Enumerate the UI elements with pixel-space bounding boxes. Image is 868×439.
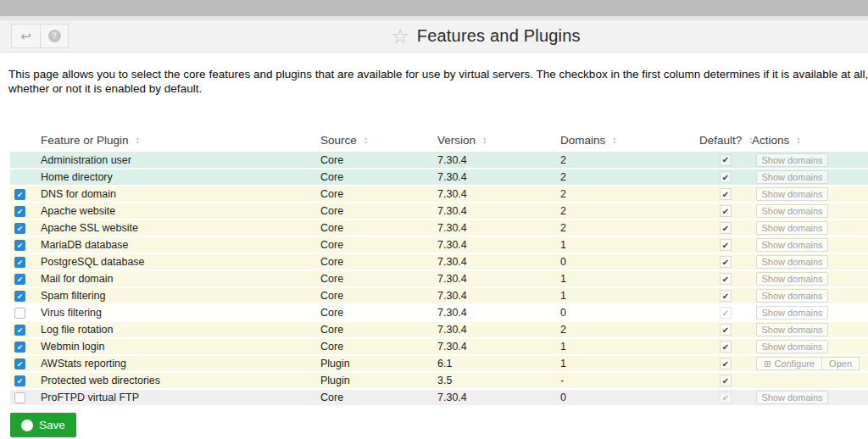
default-checkbox[interactable]: ✔	[720, 358, 732, 370]
show-domains-button[interactable]: Show domains	[756, 391, 828, 404]
default-checkbox: ✔	[720, 392, 732, 403]
feature-checkbox[interactable]: ✔	[14, 274, 25, 285]
column-header-feature[interactable]: Feature or Plugin▲▼	[41, 129, 320, 152]
feature-version: 7.30.4	[437, 236, 560, 253]
show-domains-button[interactable]: Show domains	[756, 289, 828, 303]
features-table: Feature or Plugin▲▼ Source▲▼ Version▲▼ D…	[10, 129, 868, 407]
configure-icon: ⊞	[764, 359, 771, 369]
show-domains-button[interactable]: Show domains	[756, 187, 828, 201]
default-cell: ✔	[699, 203, 752, 220]
actions-cell: Show domains	[752, 152, 868, 169]
column-header-domains[interactable]: Domains▲▼	[560, 129, 699, 152]
back-button[interactable]: ↩	[12, 25, 40, 47]
sort-icon[interactable]: ▲▼	[796, 136, 800, 145]
show-domains-button[interactable]: Show domains	[756, 170, 828, 184]
show-domains-button[interactable]: Show domains	[756, 255, 828, 269]
configure-button[interactable]: ⊞Configure	[756, 357, 822, 370]
feature-name: Spam filtering	[41, 287, 320, 304]
feature-version: 7.30.4	[437, 220, 560, 236]
feature-source: Core	[320, 253, 437, 270]
save-button[interactable]: Save	[10, 413, 76, 437]
default-checkbox[interactable]: ✔	[720, 188, 732, 200]
actions-cell: Show domains	[752, 253, 868, 270]
feature-checkbox-cell: ✔	[10, 253, 41, 270]
feature-version: 7.30.4	[437, 270, 560, 287]
default-cell: ✔	[699, 270, 752, 287]
feature-checkbox-cell	[10, 152, 41, 169]
feature-version: 7.30.4	[437, 152, 560, 169]
feature-checkbox[interactable]: ✔	[14, 358, 25, 370]
default-cell: ✔	[699, 355, 752, 372]
feature-name: Virus filtering	[41, 304, 320, 321]
table-body: Administration user Core 7.30.4 2 ✔ Show…	[10, 152, 868, 406]
top-gray-bar	[0, 0, 868, 16]
table-row: Home directory Core 7.30.4 2 ✔ Show doma…	[10, 169, 868, 186]
sort-icon[interactable]: ▲▼	[482, 136, 487, 145]
default-checkbox[interactable]: ✔	[720, 222, 732, 234]
sort-icon[interactable]: ▲▼	[136, 136, 140, 145]
default-checkbox[interactable]: ✔	[720, 341, 732, 353]
actions-cell: Show domains	[752, 236, 868, 253]
show-domains-button[interactable]: Show domains	[756, 306, 828, 320]
default-checkbox[interactable]: ✔	[720, 154, 732, 166]
feature-domains: 2	[560, 321, 699, 338]
feature-name: Administration user	[41, 152, 320, 169]
feature-version: 7.30.4	[437, 321, 560, 338]
feature-version: 7.30.4	[437, 338, 560, 355]
sort-icon[interactable]: ▲▼	[364, 136, 368, 145]
column-header-version[interactable]: Version▲▼	[437, 129, 560, 152]
feature-version: 7.30.4	[437, 287, 560, 304]
feature-checkbox-cell	[10, 169, 41, 186]
show-domains-button[interactable]: Show domains	[756, 204, 828, 218]
feature-source: Core	[320, 270, 437, 287]
feature-checkbox[interactable]: ✔	[14, 206, 25, 217]
feature-checkbox[interactable]: ✔	[14, 240, 25, 251]
default-checkbox[interactable]: ✔	[720, 171, 732, 183]
default-checkbox[interactable]: ✔	[720, 375, 732, 386]
column-header-actions[interactable]: Actions▲▼	[752, 129, 868, 152]
column-header-default[interactable]: Default?▲▼	[699, 129, 752, 152]
default-checkbox[interactable]: ✔	[720, 290, 732, 302]
help-button[interactable]: ?	[40, 25, 68, 47]
default-cell: ✔	[699, 186, 752, 203]
action-button-label: Show domains	[761, 291, 822, 301]
default-cell: ✔	[699, 169, 752, 186]
show-domains-button[interactable]: Show domains	[756, 272, 828, 286]
show-domains-button[interactable]: Show domains	[756, 323, 828, 336]
feature-checkbox[interactable]: ✔	[14, 325, 25, 336]
sort-icon[interactable]: ▲▼	[612, 136, 616, 145]
show-domains-button[interactable]: Show domains	[756, 340, 828, 353]
default-checkbox[interactable]: ✔	[720, 256, 732, 268]
default-cell: ✔	[699, 253, 752, 270]
column-header-source[interactable]: Source▲▼	[320, 129, 437, 152]
feature-checkbox-cell: ✔	[10, 338, 41, 355]
actions-cell: Show domains	[752, 203, 868, 220]
open-button[interactable]: Open	[821, 357, 860, 370]
default-checkbox[interactable]: ✔	[720, 239, 732, 251]
star-icon: ☆	[391, 26, 409, 47]
show-domains-button[interactable]: Show domains	[756, 238, 828, 252]
feature-source: Core	[320, 169, 437, 186]
default-checkbox[interactable]: ✔	[720, 273, 732, 285]
feature-checkbox[interactable]: ✔	[14, 342, 25, 353]
feature-source: Plugin	[320, 355, 437, 372]
default-checkbox[interactable]: ✔	[720, 324, 732, 336]
feature-name: ProFTPD virtual FTP	[41, 389, 320, 406]
default-cell: ✔	[699, 152, 752, 169]
feature-checkbox[interactable]: ✔	[14, 375, 25, 386]
default-checkbox[interactable]: ✔	[720, 205, 732, 217]
show-domains-button[interactable]: Show domains	[756, 221, 828, 235]
action-button-label: Show domains	[761, 342, 822, 352]
table-row: ✔ Spam filtering Core 7.30.4 1 ✔ Show do…	[10, 287, 868, 304]
feature-checkbox[interactable]	[14, 392, 25, 403]
actions-cell: ⊞ConfigureOpen	[752, 355, 868, 372]
feature-checkbox-cell: ✔	[10, 236, 41, 253]
feature-checkbox[interactable]: ✔	[14, 223, 25, 234]
show-domains-button[interactable]: Show domains	[756, 153, 828, 167]
feature-checkbox[interactable]: ✔	[14, 257, 25, 268]
feature-domains: 2	[560, 169, 699, 186]
feature-source: Plugin	[320, 372, 437, 389]
feature-checkbox[interactable]	[14, 308, 25, 319]
feature-checkbox[interactable]: ✔	[14, 291, 25, 302]
feature-checkbox[interactable]: ✔	[14, 189, 25, 200]
